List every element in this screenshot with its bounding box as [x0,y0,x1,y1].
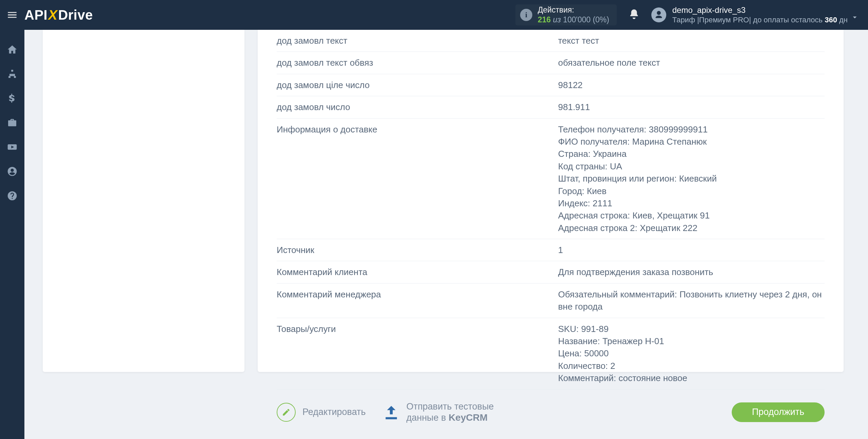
nav-video[interactable] [7,142,18,154]
fields-table: дод замовл тексттекст тестдод замовл тек… [277,30,825,390]
nav-billing[interactable] [7,93,18,105]
field-value: Для подтверждения заказа позвонить [558,261,825,283]
nav-business[interactable] [7,117,18,129]
actions-max: 100'000 [563,15,591,24]
field-value: Обязательный комментарий: Позвонить клие… [558,283,825,318]
upload-icon [383,404,400,421]
card-footer: Редактировать Отправить тестовые данные … [277,401,825,423]
edit-label: Редактировать [302,407,366,417]
field-label: Информация о доставке [277,118,558,239]
pencil-icon [282,408,291,417]
actions-used: 216 [538,15,551,24]
info-icon: i [520,9,532,21]
field-label: дод замовл текст обвяз [277,52,558,74]
brand-logo[interactable]: API X Drive [24,7,93,23]
continue-button[interactable]: Продолжить [732,402,825,422]
main-card: дод замовл тексттекст тестдод замовл тек… [258,30,844,372]
field-value: 98122 [558,74,825,96]
menu-toggle[interactable] [0,0,24,30]
user-icon [654,10,664,20]
actions-pct: (0%) [593,15,609,24]
actions-of: из [553,15,561,24]
logo-text-x: X [48,7,57,23]
nav-account[interactable] [7,166,18,178]
app-header: API X Drive i Действия: 216 из 100'000 (… [0,0,868,30]
send-test-button[interactable]: Отправить тестовые данные в KeyCRM [383,401,494,423]
edit-icon-circle [277,403,296,422]
svg-rect-0 [11,70,13,71]
side-panel-card [43,30,244,372]
nav-connections[interactable] [7,68,18,81]
user-plan: Тариф |Премиум PRO| до оплаты осталось 3… [672,15,848,25]
logo-text-api: API [24,7,47,23]
user-menu-chevron[interactable] [850,13,859,23]
notifications-button[interactable] [628,8,640,21]
field-value: текст тест [558,30,825,52]
chevron-down-icon [850,13,859,22]
field-label: Комментарий менеджера [277,283,558,318]
table-row: дод замовл число981.911 [277,96,825,118]
user-circle-icon [7,166,18,177]
actions-text: Действия: 216 из 100'000 (0%) [538,5,609,25]
user-text: demo_apix-drive_s3 Тариф |Премиум PRO| д… [672,5,848,25]
field-value: SKU: 991-89 Название: Тренажер H-01 Цена… [558,318,825,389]
field-label: дод замовл ціле число [277,74,558,96]
user-name: demo_apix-drive_s3 [672,5,848,15]
actions-counter[interactable]: i Действия: 216 из 100'000 (0%) [515,4,617,25]
table-row: Товары/услугиSKU: 991-89 Название: Трена… [277,318,825,389]
dollar-icon [7,93,18,104]
table-row: Комментарий клиентаДля подтверждения зак… [277,261,825,283]
field-label: дод замовл число [277,96,558,118]
nav-help[interactable] [7,190,18,203]
hamburger-icon [6,9,18,21]
nav-home[interactable] [7,44,18,56]
content-area: дод замовл тексттекст тестдод замовл тек… [24,30,868,439]
actions-label: Действия: [538,5,609,15]
logo-text-drive: Drive [58,7,93,23]
table-row: Комментарий менеджераОбязательный коммен… [277,283,825,318]
sitemap-icon [7,68,18,79]
field-label: Товары/услуги [277,318,558,389]
briefcase-icon [7,117,18,128]
field-label: Источник [277,239,558,261]
side-rail [0,30,24,439]
field-label: Комментарий клиента [277,261,558,283]
avatar [651,7,666,22]
field-value: обязательное поле текст [558,52,825,74]
bell-icon [628,8,640,20]
table-row: дод замовл текст обвязобязательное поле … [277,52,825,74]
user-menu[interactable]: demo_apix-drive_s3 Тариф |Премиум PRO| д… [651,5,868,25]
field-value: 1 [558,239,825,261]
send-test-text: Отправить тестовые данные в KeyCRM [407,401,494,423]
svg-rect-2 [14,76,16,78]
help-icon [7,190,18,201]
table-row: дод замовл тексттекст тест [277,30,825,52]
home-icon [7,44,18,55]
youtube-icon [7,142,18,152]
svg-rect-1 [8,76,10,78]
field-value: Телефон получателя: 380999999911 ФИО пол… [558,118,825,239]
table-row: Источник1 [277,239,825,261]
field-value: 981.911 [558,96,825,118]
table-row: Информация о доставкеТелефон получателя:… [277,118,825,239]
table-row: дод замовл ціле число98122 [277,74,825,96]
field-label: дод замовл текст [277,30,558,52]
edit-button[interactable]: Редактировать [277,403,366,422]
